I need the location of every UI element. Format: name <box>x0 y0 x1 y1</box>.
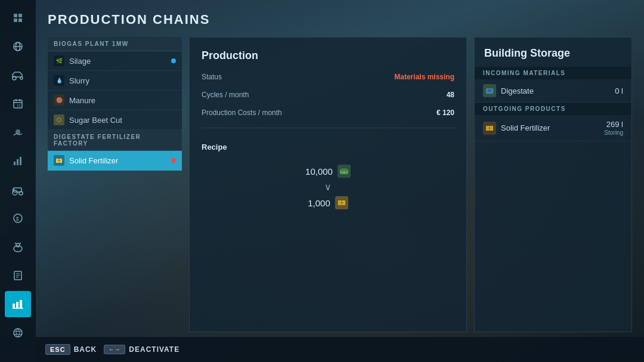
svg-line-27 <box>20 243 21 244</box>
silage-dot <box>171 58 176 63</box>
sugarbeet-icon: ⬡ <box>54 115 64 125</box>
production-panel-title: Production <box>202 49 454 62</box>
svg-rect-0 <box>14 14 17 17</box>
sidebar-item-equipment[interactable] <box>5 177 31 203</box>
chain-item-label: Silage <box>69 57 91 66</box>
sidebar-item-weather[interactable] <box>5 119 31 146</box>
page-title: PRODUCTION CHAINS <box>48 12 632 27</box>
chain-item-manure[interactable]: 🟤 Manure <box>48 91 182 110</box>
solid-fertilizer-storage-icon <box>483 122 496 135</box>
svg-rect-1 <box>18 14 22 17</box>
svg-point-18 <box>13 190 17 195</box>
stat-row-status: Status Materials missing <box>202 72 454 82</box>
silage-icon: 🌿 <box>54 55 64 66</box>
panel-production: Production Status Materials missing Cycl… <box>189 37 467 332</box>
panel-production-chains: BIOGAS PLANT 1MW 🌿 Silage 💧 Slurry 🟤 Man… <box>48 37 182 332</box>
chain-item-sugarbeet[interactable]: ⬡ Sugar Beet Cut <box>48 110 182 130</box>
storage-item-sf-value: 269 l <box>604 120 623 129</box>
svg-rect-15 <box>14 162 16 165</box>
svg-rect-32 <box>13 304 15 308</box>
chain-item-label: Slurry <box>69 76 89 85</box>
digestate-storage-icon <box>483 84 496 97</box>
stat-label-costs: Production Costs / month <box>202 109 282 117</box>
stat-value-cycles: 48 <box>447 91 454 99</box>
sidebar-item-animals[interactable] <box>5 234 31 260</box>
svg-text:15: 15 <box>17 104 21 107</box>
incoming-materials-header: INCOMING MATERIALS <box>475 67 631 79</box>
sidebar-item-world[interactable] <box>5 33 31 60</box>
svg-point-49 <box>487 89 492 92</box>
divider <box>202 128 454 128</box>
building-storage-title: Building Storage <box>475 38 631 67</box>
recipe-input: 10,000 <box>305 165 351 178</box>
svg-rect-16 <box>17 159 18 165</box>
outgoing-products-section: OUTGOING PRODUCTS Solid Fertilizer 269 l… <box>475 103 631 141</box>
panel-building-storage: Building Storage INCOMING MATERIALS Dige… <box>474 37 632 332</box>
storage-item-solid-fertilizer[interactable]: Solid Fertilizer 269 l Storing <box>475 115 631 141</box>
svg-rect-2 <box>14 18 17 22</box>
solid-fertilizer-icon <box>54 155 64 166</box>
sidebar-item-finance[interactable]: $ <box>5 205 31 231</box>
storage-item-sf-name: Solid Fertilizer <box>501 123 599 132</box>
stat-row-cycles: Cycles / month 48 <box>202 89 454 100</box>
svg-rect-33 <box>16 302 18 308</box>
storage-item-digestate-name: Digestate <box>501 86 610 95</box>
section-header-digestate: DIGESTATE FERTILIZER FACTORY <box>48 130 182 151</box>
svg-point-25 <box>16 243 20 247</box>
chain-item-silage[interactable]: 🌿 Silage <box>48 51 182 71</box>
chain-item-label: Sugar Beet Cut <box>69 116 122 125</box>
main-content: PRODUCTION CHAINS BIOGAS PLANT 1MW 🌿 Sil… <box>36 0 644 362</box>
sidebar-item-map[interactable] <box>5 5 31 31</box>
manure-icon: 🟤 <box>54 95 64 106</box>
stat-value-costs: € 120 <box>436 109 454 117</box>
deactivate-action[interactable]: ←→ DEACTIVATE <box>104 345 179 354</box>
svg-rect-17 <box>20 157 21 165</box>
recipe-label: Recipe <box>202 143 454 151</box>
chain-item-solid-fertilizer[interactable]: Solid Fertilizer <box>48 151 182 171</box>
chain-item-label: Solid Fertilizer <box>69 156 118 165</box>
recipe-area: 10,000 ∨ 1,000 <box>202 165 454 209</box>
outgoing-products-header: OUTGOING PRODUCTS <box>475 103 631 115</box>
svg-point-36 <box>14 329 22 337</box>
svg-line-26 <box>15 243 16 244</box>
recipe-output: 1,000 <box>308 196 348 209</box>
sidebar-item-stats[interactable] <box>5 148 31 174</box>
sidebar-item-contracts[interactable] <box>5 262 31 289</box>
slurry-icon: 💧 <box>54 75 64 86</box>
recipe-input-icon <box>338 165 351 178</box>
stat-value-status: Materials missing <box>394 73 454 81</box>
solid-fertilizer-dot <box>171 158 176 163</box>
storage-item-sf-sub: Storing <box>604 129 623 136</box>
sidebar-item-vehicle[interactable] <box>5 62 31 88</box>
sidebar-item-globe[interactable] <box>5 320 31 346</box>
deactivate-label: DEACTIVATE <box>129 345 179 354</box>
storage-item-digestate-value: 0 l <box>615 86 623 95</box>
arrow-down-icon: ∨ <box>324 181 332 193</box>
arrow-key: ←→ <box>104 345 125 354</box>
svg-rect-3 <box>18 18 22 22</box>
sidebar: 15 $ <box>0 0 36 362</box>
recipe-output-amount: 1,000 <box>308 198 330 208</box>
esc-key: ESC <box>45 344 70 355</box>
stat-row-costs: Production Costs / month € 120 <box>202 107 454 118</box>
bottom-bar: ESC BACK ←→ DEACTIVATE <box>36 337 644 362</box>
chain-item-slurry[interactable]: 💧 Slurry <box>48 71 182 91</box>
back-action[interactable]: ESC BACK <box>45 344 97 355</box>
stat-label-status: Status <box>202 73 222 81</box>
sidebar-item-calendar[interactable]: 15 <box>5 91 31 117</box>
sidebar-item-production[interactable] <box>5 291 31 317</box>
section-header-biogas: BIOGAS PLANT 1MW <box>48 37 182 51</box>
stat-label-cycles: Cycles / month <box>202 91 249 99</box>
back-label: BACK <box>74 345 97 354</box>
incoming-materials-section: INCOMING MATERIALS Digestate 0 l <box>475 67 631 103</box>
recipe-output-icon <box>335 196 348 209</box>
chain-item-label: Manure <box>69 96 95 105</box>
recipe-input-amount: 10,000 <box>305 166 333 177</box>
svg-rect-34 <box>20 300 22 308</box>
panels-row: BIOGAS PLANT 1MW 🌿 Silage 💧 Slurry 🟤 Man… <box>48 37 632 332</box>
storage-item-digestate[interactable]: Digestate 0 l <box>475 79 631 103</box>
svg-text:$: $ <box>16 216 19 222</box>
